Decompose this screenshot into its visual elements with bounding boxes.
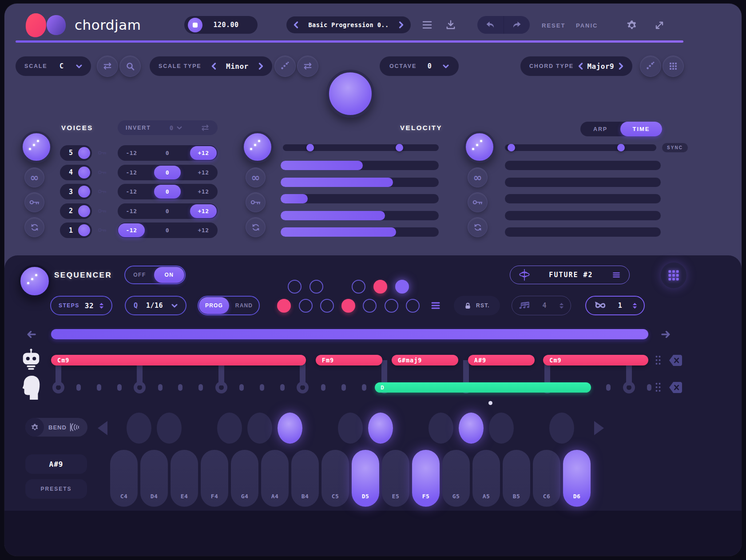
white-key[interactable]: A4 bbox=[261, 450, 289, 507]
note-track-delete-button[interactable] bbox=[669, 381, 683, 394]
white-key[interactable]: G5 bbox=[442, 450, 470, 507]
white-key[interactable]: C5 bbox=[321, 450, 349, 507]
black-key[interactable] bbox=[247, 413, 272, 444]
voice-key-icon[interactable] bbox=[98, 208, 107, 214]
seq-step-dot[interactable] bbox=[277, 299, 291, 313]
velocity-bar[interactable] bbox=[281, 194, 439, 203]
time-cycle-button[interactable] bbox=[468, 217, 488, 237]
tab-prog[interactable]: PROG bbox=[199, 297, 229, 314]
chord-segment[interactable]: Fm9 bbox=[316, 355, 383, 365]
stepper-arrows-icon[interactable] bbox=[632, 302, 637, 309]
time-bar[interactable] bbox=[505, 227, 661, 237]
chord-type-random-button[interactable] bbox=[640, 56, 661, 77]
timeline-position-bar[interactable] bbox=[51, 329, 648, 339]
step-dot[interactable] bbox=[260, 384, 264, 391]
white-key[interactable]: B5 bbox=[503, 450, 530, 507]
time-bar[interactable] bbox=[505, 211, 661, 220]
time-range-handle[interactable] bbox=[617, 144, 625, 151]
chord-track-delete-button[interactable] bbox=[669, 354, 683, 367]
sync-badge[interactable]: SYNC bbox=[662, 143, 688, 152]
matrix-grid-button[interactable] bbox=[661, 262, 686, 288]
preset-selector[interactable]: Basic Progression 0.. bbox=[286, 16, 411, 33]
steps-menu-icon[interactable] bbox=[430, 300, 441, 311]
voice-octave-option[interactable]: -12 bbox=[118, 204, 145, 218]
main-chord-knob[interactable] bbox=[326, 70, 374, 118]
toggle-on[interactable]: ON bbox=[154, 267, 184, 283]
voice-key-icon[interactable] bbox=[98, 150, 107, 155]
time-bar[interactable] bbox=[505, 161, 661, 170]
voice-key-icon[interactable] bbox=[98, 189, 107, 194]
seq-step-dot[interactable] bbox=[352, 280, 365, 294]
chord-segment[interactable]: Cm9 bbox=[51, 355, 306, 365]
step-ring[interactable] bbox=[52, 381, 64, 393]
voice-octave-option[interactable]: +12 bbox=[190, 166, 217, 179]
chevron-left-icon[interactable] bbox=[578, 63, 583, 70]
stepper-arrows-icon[interactable] bbox=[99, 302, 104, 309]
white-key[interactable]: C4 bbox=[110, 450, 138, 507]
panic-button[interactable]: PANIC bbox=[576, 22, 598, 29]
seq-step-dot[interactable] bbox=[363, 299, 377, 313]
time-range-slider[interactable] bbox=[505, 144, 656, 151]
black-key[interactable] bbox=[429, 413, 453, 444]
time-knob[interactable] bbox=[464, 131, 496, 163]
step-ring[interactable] bbox=[623, 381, 635, 393]
white-key[interactable]: F5 bbox=[412, 450, 440, 507]
presets-button[interactable]: PRESETS bbox=[25, 479, 87, 499]
toggle-off[interactable]: OFF bbox=[125, 272, 154, 278]
voice-octave-option[interactable]: -12 bbox=[118, 166, 145, 179]
voice-octave-option[interactable]: 0 bbox=[154, 223, 181, 237]
tab-time[interactable]: TIME bbox=[620, 122, 662, 136]
tab-rand[interactable]: RAND bbox=[229, 302, 259, 309]
velocity-lock-button[interactable] bbox=[246, 192, 266, 212]
steps-stepper[interactable]: STEPS 32 bbox=[50, 296, 112, 315]
velocity-bar[interactable] bbox=[281, 211, 439, 220]
black-key[interactable] bbox=[217, 413, 242, 444]
step-dot[interactable] bbox=[362, 384, 366, 391]
voice-octave-option[interactable]: -12 bbox=[118, 223, 145, 237]
chevron-right-icon[interactable] bbox=[619, 63, 623, 70]
scale-swap-button[interactable] bbox=[97, 56, 118, 77]
voice-key-icon[interactable] bbox=[98, 227, 107, 233]
step-dot[interactable] bbox=[97, 384, 101, 391]
scale-type-swap-button[interactable] bbox=[297, 56, 318, 77]
voice-octave-option[interactable]: -12 bbox=[118, 185, 145, 199]
black-key[interactable] bbox=[127, 413, 151, 444]
chord-segment[interactable]: Cm9 bbox=[543, 355, 648, 365]
chord-track-drag-handle[interactable] bbox=[655, 355, 662, 365]
velocity-cycle-button[interactable] bbox=[246, 217, 266, 237]
download-icon[interactable] bbox=[445, 20, 456, 30]
time-bar[interactable] bbox=[505, 178, 661, 187]
step-ring[interactable] bbox=[134, 381, 146, 393]
step-ring[interactable] bbox=[297, 381, 309, 393]
white-key[interactable]: E5 bbox=[382, 450, 409, 507]
voices-lock-button[interactable] bbox=[24, 192, 44, 212]
voice-key-icon[interactable] bbox=[98, 170, 107, 175]
voice-octave-option[interactable]: 0 bbox=[154, 185, 181, 199]
chord-segment[interactable]: G#maj9 bbox=[392, 355, 459, 365]
black-key[interactable] bbox=[338, 413, 363, 444]
chord-type-grid-button[interactable] bbox=[663, 56, 684, 77]
ratchet-stepper[interactable]: 4 bbox=[512, 296, 571, 315]
seq-step-dot[interactable] bbox=[310, 280, 323, 294]
step-dot[interactable] bbox=[647, 384, 651, 391]
step-dot[interactable] bbox=[178, 384, 183, 391]
white-key[interactable]: D4 bbox=[140, 450, 168, 507]
black-key[interactable] bbox=[278, 413, 302, 444]
step-dot[interactable] bbox=[76, 384, 81, 391]
tempo-display[interactable]: 120.00 bbox=[184, 16, 258, 34]
octave-shift-right-arrow[interactable] bbox=[594, 421, 604, 435]
sequencer-knob[interactable] bbox=[18, 265, 51, 298]
voice-enable-circle[interactable] bbox=[78, 186, 90, 198]
white-key[interactable]: D6 bbox=[563, 450, 591, 507]
undo-button[interactable] bbox=[477, 16, 504, 34]
velocity-range-handle[interactable] bbox=[396, 144, 403, 151]
voices-cycle-button[interactable] bbox=[24, 217, 44, 237]
voice-enable-circle[interactable] bbox=[78, 147, 90, 159]
note-bar[interactable]: D bbox=[375, 382, 591, 393]
seq-step-dot[interactable] bbox=[320, 299, 334, 313]
step-dot[interactable] bbox=[158, 384, 163, 391]
step-dot[interactable] bbox=[606, 384, 611, 391]
current-chord-display[interactable]: A#9 bbox=[25, 454, 87, 474]
step-dot[interactable] bbox=[198, 384, 203, 391]
velocity-range-handle[interactable] bbox=[306, 144, 314, 151]
